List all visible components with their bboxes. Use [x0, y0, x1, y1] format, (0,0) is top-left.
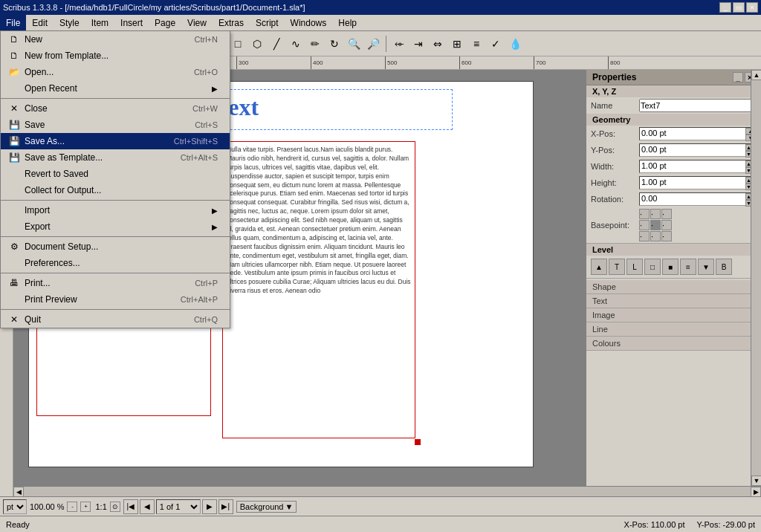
bp-tl[interactable]: · [639, 209, 650, 219]
menu-edit[interactable]: Edit [26, 15, 54, 30]
bp-bc[interactable]: · [650, 231, 661, 241]
close-button[interactable]: × [746, 2, 758, 13]
menu-preferences[interactable]: Preferences... [1, 255, 230, 271]
level-btn-down[interactable]: ▼ [698, 259, 714, 275]
menu-revert[interactable]: Revert to Saved [1, 166, 230, 182]
name-input[interactable] [639, 99, 757, 112]
rotation-input[interactable]: 0.00 ▲ ▼ [639, 192, 757, 206]
menu-open[interactable]: 📂 Open... Ctrl+O [1, 64, 230, 80]
zoom-out-btn[interactable]: - [67, 502, 77, 512]
toolbar-eyedropper[interactable]: 💧 [506, 35, 524, 53]
toolbar-bezier[interactable]: ∿ [287, 35, 305, 53]
menu-new[interactable]: 🗋 New Ctrl+N [1, 31, 230, 48]
menu-save-as[interactable]: 💾 Save As... Ctrl+Shift+S [1, 133, 230, 149]
menu-help[interactable]: Help [332, 15, 363, 30]
bp-tr[interactable]: · [661, 209, 672, 219]
toolbar-layers[interactable]: ≡ [467, 35, 485, 53]
bp-br[interactable]: · [661, 231, 672, 241]
prev-page-btn[interactable]: ◀ [140, 499, 155, 514]
menu-close[interactable]: ✕ Close Ctrl+W [1, 100, 230, 117]
menu-extras[interactable]: Extras [213, 15, 250, 30]
level-btn-t[interactable]: T [609, 259, 625, 275]
menu-page[interactable]: Page [149, 15, 181, 30]
toolbar-align-right[interactable]: ⇥ [409, 35, 427, 53]
doc-setup-label: Document Setup... [25, 241, 218, 252]
image-link[interactable]: Image [586, 308, 761, 322]
toolbar-rotate[interactable]: ↻ [326, 35, 343, 53]
layer-dropdown[interactable]: Background ▼ [236, 501, 297, 513]
menu-file[interactable]: File [0, 15, 26, 30]
height-input[interactable]: 1.00 pt ▲ ▼ [639, 176, 757, 189]
file-dropdown: 🗋 New Ctrl+N 🗋 New from Template... 📂 Op… [0, 31, 230, 328]
level-btn-3[interactable]: ≡ [680, 259, 696, 275]
zoom-in-btn[interactable]: + [80, 502, 91, 512]
next-page-btn[interactable]: ▶ [202, 499, 217, 514]
bp-tc[interactable]: · [650, 209, 661, 219]
frame-handle[interactable] [415, 439, 421, 445]
toolbar-line[interactable]: ╱ [268, 35, 285, 53]
ypos-input[interactable]: 0.00 pt ▲ ▼ [639, 143, 757, 157]
props-scrollbar[interactable]: ▲ ▼ [751, 70, 761, 486]
level-btn-b[interactable]: B [716, 259, 732, 275]
text-link[interactable]: Text [586, 294, 761, 308]
h-scroll-track[interactable] [24, 487, 751, 496]
shape-link[interactable]: Shape [586, 280, 761, 294]
menu-doc-setup[interactable]: ⚙ Document Setup... [1, 239, 230, 255]
h-scrollbar[interactable]: ◀ ▶ [13, 486, 761, 496]
scroll-up[interactable]: ▲ [751, 70, 761, 80]
level-btn-2[interactable]: ■ [662, 259, 679, 275]
menu-insert[interactable]: Insert [114, 15, 149, 30]
menu-import[interactable]: Import ▶ [1, 202, 230, 218]
toolbar-preflight[interactable]: ✓ [487, 35, 505, 53]
props-float-button[interactable]: _ [733, 72, 743, 82]
toolbar-zoom[interactable]: 🔍 [345, 35, 363, 53]
level-btn-l[interactable]: L [626, 259, 643, 275]
menu-collect[interactable]: Collect for Output... [1, 182, 230, 198]
bp-mr[interactable]: · [661, 220, 672, 230]
bp-mc[interactable]: · [650, 220, 661, 230]
toolbar-align-left[interactable]: ⬰ [390, 35, 408, 53]
last-page-btn[interactable]: ▶| [218, 499, 233, 514]
geometry-title[interactable]: Geometry [586, 114, 761, 126]
width-input[interactable]: 1.00 pt ▲ ▼ [639, 160, 757, 173]
toolbar-zoom-in[interactable]: 🔎 [364, 35, 382, 53]
level-btn-1[interactable]: □ [644, 259, 661, 275]
menu-print[interactable]: 🖶 Print... Ctrl+P [1, 275, 230, 291]
scroll-left[interactable]: ◀ [13, 487, 24, 497]
menu-print-preview[interactable]: Print Preview Ctrl+Alt+P [1, 291, 230, 308]
toolbar-freehand[interactable]: ✏ [306, 35, 324, 53]
toolbar-distribute[interactable]: ⇔ [429, 35, 447, 53]
menu-quit[interactable]: ✕ Quit Ctrl+Q [1, 311, 230, 328]
page-select[interactable]: 1 of 1 [156, 499, 201, 514]
scroll-down[interactable]: ▼ [751, 476, 761, 486]
right-text-frame[interactable]: Nulla vitae turpis. Praesent lacus.Nam i… [222, 141, 415, 438]
menu-script[interactable]: Script [250, 15, 285, 30]
properties-panel: Properties _ × X, Y, Z Name [586, 70, 761, 486]
menu-new-template[interactable]: 🗋 New from Template... [1, 48, 230, 64]
minimize-button[interactable]: _ [719, 2, 731, 13]
unit-select[interactable]: pt [3, 499, 27, 514]
colours-link[interactable]: Colours [586, 337, 761, 351]
toolbar-grid[interactable]: ⊞ [448, 35, 466, 53]
menu-save-template[interactable]: 💾 Save as Template... Ctrl+Alt+S [1, 149, 230, 166]
menu-export[interactable]: Export ▶ [1, 218, 230, 235]
ratio-btn[interactable]: ⊙ [110, 502, 120, 512]
xpos-input[interactable]: 0.00 pt ▲ ▼ [639, 127, 757, 140]
toolbar-shape[interactable]: □ [229, 35, 247, 53]
first-page-btn[interactable]: |◀ [123, 499, 138, 514]
level-btn-up[interactable]: ▲ [591, 259, 607, 275]
menu-windows[interactable]: Windows [285, 15, 333, 30]
menu-open-recent[interactable]: Open Recent ▶ [1, 80, 230, 97]
level-title[interactable]: Level [586, 244, 761, 256]
menu-view[interactable]: View [181, 15, 213, 30]
xyz-section-title[interactable]: X, Y, Z [586, 85, 761, 97]
line-link[interactable]: Line [586, 322, 761, 337]
restore-button[interactable]: ▭ [733, 2, 745, 13]
scroll-right[interactable]: ▶ [751, 487, 761, 497]
bp-ml[interactable]: · [639, 220, 650, 230]
bp-bl[interactable]: · [639, 231, 650, 241]
menu-style[interactable]: Style [54, 15, 85, 30]
menu-item[interactable]: Item [85, 15, 114, 30]
menu-save[interactable]: 💾 Save Ctrl+S [1, 117, 230, 133]
toolbar-polygon[interactable]: ⬡ [248, 35, 266, 53]
